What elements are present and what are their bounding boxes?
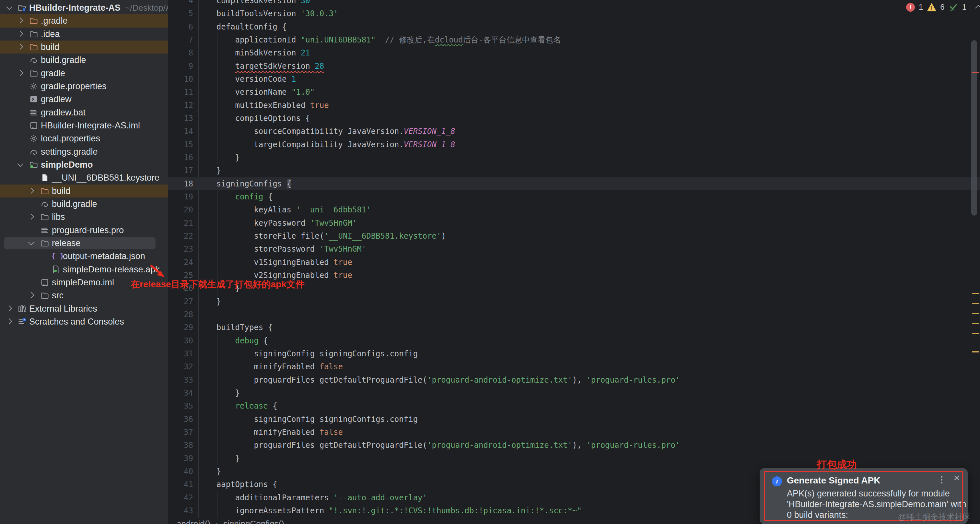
line-number: 21 (168, 218, 198, 228)
code-line-14[interactable]: 14 sourceCompatibility JavaVersion.VERSI… (168, 125, 980, 138)
tree-item-gradle[interactable]: gradle (0, 67, 168, 80)
code-line-22[interactable]: 22 storeFile file('__UNI__6DBB581.keysto… (168, 229, 980, 242)
code-line-27[interactable]: 27 } (168, 295, 980, 308)
code-line-18[interactable]: 18 signingConfigs { (168, 177, 980, 190)
code-line-37[interactable]: 37 minifyEnabled false (168, 426, 980, 439)
code-line-7[interactable]: 7 applicationId "uni.UNI6DBB581" // 修改后,… (168, 33, 980, 46)
tree-item-build-gradle[interactable]: build.gradle (0, 54, 168, 67)
chevron-right-icon[interactable] (28, 188, 34, 194)
error-stripe-mark[interactable] (972, 72, 979, 73)
code-line-38[interactable]: 38 proguardFiles getDefaultProguardFile(… (168, 439, 980, 452)
code-line-36[interactable]: 36 signingConfig signingConfigs.config (168, 413, 980, 426)
code-line-29[interactable]: 29 buildTypes { (168, 321, 980, 334)
tree-item-proguard-rules-pro[interactable]: proguard-rules.pro (0, 224, 168, 237)
breadcrumb-item-signingconfigs[interactable]: signingConfigs() (223, 519, 284, 524)
tree-item-hbuilder-integrate-as[interactable]: HBuilder-Integrate-AS~/Desktop/An (0, 1, 168, 14)
editor-scrollbar-thumb[interactable] (971, 40, 977, 216)
code-line-35[interactable]: 35 release { (168, 400, 980, 413)
tree-item-libs[interactable]: libs (0, 210, 168, 223)
code-line-13[interactable]: 13 compileOptions { (168, 112, 980, 125)
tree-item-external-libraries[interactable]: External Libraries (0, 302, 168, 315)
breadcrumb-item-android[interactable]: android() (177, 519, 210, 524)
line-number: 36 (168, 415, 198, 424)
code-line-17[interactable]: 17 } (168, 164, 980, 177)
gear-icon (29, 134, 38, 143)
code-line-33[interactable]: 33 proguardFiles getDefaultProguardFile(… (168, 374, 980, 387)
gradle-icon (29, 56, 38, 65)
tree-item-gradlew[interactable]: gradlew (0, 93, 168, 106)
chevron-right-icon[interactable] (6, 319, 12, 324)
code-line-5[interactable]: 5 buildToolsVersion '30.0.3' (168, 7, 980, 20)
tree-item-simpledemo[interactable]: simpleDemo (0, 158, 168, 171)
module-icon (29, 160, 38, 169)
chevron-down-icon[interactable] (6, 4, 12, 10)
code-text: targetSdkVersion 28 (198, 62, 980, 71)
code-line-32[interactable]: 32 minifyEnabled false (168, 360, 980, 373)
code-line-24[interactable]: 24 v1SigningEnabled true (168, 256, 980, 269)
chevron-right-icon[interactable] (6, 305, 12, 311)
code-text: } (198, 153, 980, 162)
code-line-39[interactable]: 39 } (168, 452, 980, 465)
chevron-right-icon[interactable] (28, 292, 34, 298)
code-line-28[interactable]: 28 (168, 308, 980, 321)
chevron-down-icon[interactable] (28, 239, 34, 245)
code-line-16[interactable]: 16 } (168, 151, 980, 164)
code-line-6[interactable]: 6 defaultConfig { (168, 21, 980, 33)
chevron-right-icon[interactable] (17, 70, 23, 76)
inspections-widget[interactable]: ! 1 ! 6 1 (906, 2, 980, 12)
code-line-15[interactable]: 15 targetCompatibility JavaVersion.VERSI… (168, 138, 980, 151)
tree-item-uni-6dbb581-keystore[interactable]: __UNI__6DBB581.keystore (0, 171, 168, 184)
warning-stripe-mark[interactable] (972, 323, 979, 324)
code-line-31[interactable]: 31 signingConfig signingConfigs.config (168, 347, 980, 360)
code-line-11[interactable]: 11 versionName "1.0" (168, 86, 980, 99)
chevron-right-icon[interactable] (28, 214, 34, 220)
code-line-21[interactable]: 21 keyPassword 'Twv5HnGM' (168, 217, 980, 229)
code-line-9[interactable]: 9 targetSdkVersion 28 (168, 60, 980, 73)
code-line-20[interactable]: 20 keyAlias '__uni__6dbb581' (168, 203, 980, 216)
tree-item-settings-gradle[interactable]: settings.gradle (0, 145, 168, 158)
code-line-34[interactable]: 34 } (168, 387, 980, 400)
code-text: multiDexEnabled true (198, 101, 980, 110)
code-text: buildToolsVersion '30.0.3' (198, 9, 980, 18)
code-line-8[interactable]: 8 minSdkVersion 21 (168, 46, 980, 59)
tree-item-scratches-and-consoles[interactable]: Scratches and Consoles (0, 315, 168, 328)
code-editor[interactable]: 4 compileSdkVersion 305 buildToolsVersio… (168, 0, 980, 524)
code-text: } (198, 297, 980, 306)
code-text: sourceCompatibility JavaVersion.VERSION_… (198, 127, 980, 136)
code-line-10[interactable]: 10 versionCode 1 (168, 73, 980, 86)
warning-stripe-mark[interactable] (972, 293, 979, 294)
chevron-down-icon[interactable] (17, 161, 23, 167)
tree-item-idea[interactable]: .idea (0, 27, 168, 41)
code-line-30[interactable]: 30 debug { (168, 334, 980, 347)
code-line-4[interactable]: 4 compileSdkVersion 30 (168, 0, 980, 7)
code-line-23[interactable]: 23 storePassword 'Twv5HnGM' (168, 242, 980, 255)
warning-stripe-mark[interactable] (972, 351, 979, 352)
tree-item-label: gradlew.bat (41, 107, 86, 117)
tree-item-gradlew-bat[interactable]: gradlew.bat (0, 106, 168, 119)
chevron-right-icon[interactable] (17, 44, 23, 49)
warning-stripe-mark[interactable] (972, 333, 979, 334)
code-text: minifyEnabled false (198, 362, 980, 371)
tree-item-local-properties[interactable]: local.properties (0, 132, 168, 145)
code-text: versionCode 1 (198, 75, 980, 84)
code-line-12[interactable]: 12 multiDexEnabled true (168, 99, 980, 112)
line-number: 35 (168, 401, 198, 411)
previous-problem-button[interactable] (975, 5, 980, 11)
code-text: keyPassword 'Twv5HnGM' (198, 218, 980, 228)
code-text: debug { (198, 336, 980, 345)
tree-item-gradle[interactable]: .gradle (0, 14, 168, 27)
tree-item-gradle-properties[interactable]: gradle.properties (0, 80, 168, 93)
warning-stripe-mark[interactable] (972, 313, 979, 314)
code-line-19[interactable]: 19 config { (168, 190, 980, 203)
tree-item-build[interactable]: build (0, 185, 168, 197)
tree-item-src[interactable]: src (0, 289, 168, 302)
tree-item-build[interactable]: build (0, 41, 168, 54)
chevron-right-icon[interactable] (17, 31, 23, 37)
tree-item-hbuilder-integrate-as-iml[interactable]: HBuilder-Integrate-AS.iml (0, 119, 168, 132)
code-text: storePassword 'Twv5HnGM' (198, 244, 980, 253)
warning-stripe-mark[interactable] (972, 303, 979, 304)
tree-item-build-gradle[interactable]: build.gradle (0, 197, 168, 210)
libraries-icon (18, 304, 27, 313)
chevron-right-icon[interactable] (17, 18, 23, 23)
tree-item-release[interactable]: release (0, 237, 168, 250)
